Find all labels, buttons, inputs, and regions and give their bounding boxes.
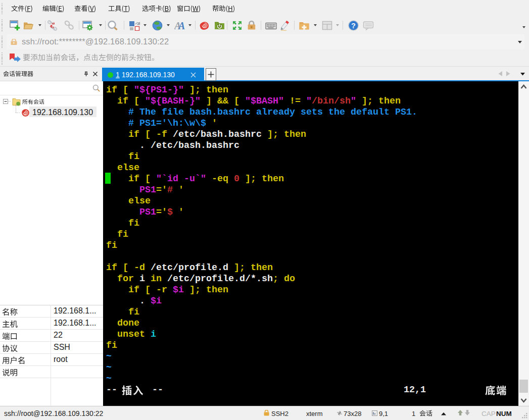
svg-text:A: A [177, 20, 185, 31]
svg-text:?: ? [351, 22, 356, 30]
